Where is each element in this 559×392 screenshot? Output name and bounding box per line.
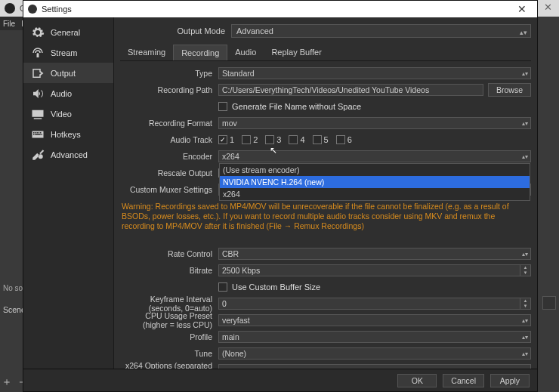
tools-icon	[31, 148, 45, 162]
x264-options-input[interactable]	[218, 364, 531, 369]
sidebar-item-label: Audio	[51, 89, 72, 98]
sidebar-item-label: Stream	[51, 48, 77, 57]
rescale-output-label: Rescale Output	[120, 168, 218, 177]
generate-no-space-checkbox[interactable]	[218, 102, 227, 111]
settings-window: Settings ✕ General Stream Output Audio	[23, 0, 538, 392]
audio-track-5-checkbox[interactable]	[313, 135, 322, 144]
rate-control-select[interactable]: CBR▴▾	[218, 248, 531, 260]
profile-select[interactable]: main▴▾	[218, 331, 531, 343]
outer-close-button[interactable]: ✕	[541, 2, 554, 13]
custom-buffer-checkbox[interactable]	[218, 282, 227, 292]
bitrate-spinner[interactable]: ▲▼	[520, 265, 530, 276]
chevron-updown-icon: ▴▾	[522, 119, 528, 129]
right-tool-button[interactable]	[542, 296, 556, 310]
tune-select[interactable]: (None)▴▾	[218, 347, 531, 360]
chevron-updown-icon: ▴▾	[522, 249, 528, 260]
audio-track-1-checkbox[interactable]	[218, 135, 227, 144]
tab-recording[interactable]: Recording	[173, 45, 227, 60]
keyframe-interval-label: Keyframe Interval (seconds, 0=auto)	[120, 295, 218, 313]
sidebar-item-output[interactable]: Output	[23, 63, 113, 83]
chevron-updown-icon: ▴▾	[522, 332, 528, 343]
sidebar-item-label: Hotkeys	[51, 130, 81, 139]
encoder-option-x264[interactable]: x264	[220, 188, 530, 200]
sidebar-item-advanced[interactable]: Advanced	[23, 144, 113, 165]
tab-replay-buffer[interactable]: Replay Buffer	[264, 45, 329, 60]
sidebar-item-label: Advanced	[51, 150, 88, 159]
scene-add-button[interactable]: ＋	[2, 375, 12, 389]
sidebar-item-label: Output	[51, 69, 76, 78]
recording-path-label: Recording Path	[120, 85, 218, 94]
browse-button[interactable]: Browse	[488, 83, 531, 97]
chevron-updown-icon: ▴▾	[520, 26, 527, 39]
cancel-button[interactable]: Cancel	[443, 374, 484, 387]
bitrate-label: Bitrate	[120, 266, 218, 275]
audio-track-4-checkbox[interactable]	[289, 135, 298, 144]
bitrate-input[interactable]: 2500 Kbps▲▼	[218, 264, 531, 276]
chevron-updown-icon: ▴▾	[522, 349, 528, 360]
settings-sidebar: General Stream Output Audio Video Hotkey…	[23, 17, 114, 369]
output-mode-label: Output Mode	[167, 26, 231, 35]
encoder-option-nvenc[interactable]: NVIDIA NVENC H.264 (new)	[220, 176, 530, 188]
chevron-updown-icon: ▴▾	[522, 152, 528, 162]
sidebar-item-audio[interactable]: Audio	[23, 83, 113, 103]
encoder-label: Encoder	[120, 152, 218, 161]
tab-streaming[interactable]: Streaming	[120, 45, 173, 60]
profile-label: Profile	[120, 332, 218, 341]
settings-close-button[interactable]: ✕	[507, 3, 537, 15]
ok-button[interactable]: OK	[397, 374, 437, 387]
audio-track-label: Audio Track	[120, 135, 218, 144]
cpu-preset-label: CPU Usage Preset (higher = less CPU)	[120, 311, 218, 329]
menu-file[interactable]: File	[0, 20, 18, 28]
sidebar-item-label: General	[51, 28, 80, 37]
settings-icon	[28, 5, 37, 14]
custom-muxer-label: Custom Muxer Settings	[120, 185, 218, 194]
settings-title: Settings	[42, 5, 72, 14]
keyframe-spinner[interactable]: ▲▼	[520, 298, 530, 309]
obs-app-icon	[5, 3, 15, 14]
keyframe-interval-input[interactable]: 0▲▼	[218, 298, 531, 310]
chevron-updown-icon: ▴▾	[522, 69, 528, 79]
output-icon	[31, 66, 45, 80]
tab-audio[interactable]: Audio	[227, 45, 264, 60]
recording-format-select[interactable]: mov▴▾	[218, 117, 531, 129]
output-mode-select[interactable]: Advanced▴▾	[231, 24, 531, 38]
type-label: Type	[120, 69, 218, 78]
chevron-updown-icon: ▴▾	[522, 316, 528, 326]
gear-icon	[31, 26, 45, 39]
encoder-select[interactable]: x264▴▾ (Use stream encoder) NVIDIA NVENC…	[218, 150, 531, 162]
x264-options-label: x264 Options (separated by space)	[120, 361, 218, 369]
keyboard-icon	[31, 128, 45, 141]
cpu-preset-select[interactable]: veryfast▴▾	[218, 314, 531, 326]
audio-track-2-checkbox[interactable]	[242, 135, 251, 144]
stream-icon	[31, 46, 45, 60]
sidebar-item-video[interactable]: Video	[23, 103, 113, 124]
recording-path-input[interactable]: C:/Users/EverythingTech/Videos/Unedited …	[218, 84, 483, 96]
tune-label: Tune	[120, 349, 218, 358]
rate-control-label: Rate Control	[120, 249, 218, 258]
audio-icon	[31, 87, 45, 100]
sidebar-item-stream[interactable]: Stream	[23, 42, 113, 63]
type-select[interactable]: Standard▴▾	[218, 67, 531, 79]
sidebar-item-label: Video	[51, 110, 72, 119]
encoder-dropdown-list: (Use stream encoder) NVIDIA NVENC H.264 …	[219, 163, 530, 201]
recording-format-label: Recording Format	[120, 119, 218, 128]
generate-no-space-label: Generate File Name without Space	[232, 102, 361, 111]
audio-track-6-checkbox[interactable]	[336, 135, 345, 144]
sidebar-item-hotkeys[interactable]: Hotkeys	[23, 124, 113, 144]
video-icon	[31, 107, 45, 121]
audio-track-3-checkbox[interactable]	[265, 135, 274, 144]
encoder-option-stream[interactable]: (Use stream encoder)	[220, 164, 530, 176]
custom-buffer-label: Use Custom Buffer Size	[232, 282, 320, 292]
sidebar-item-general[interactable]: General	[23, 22, 113, 42]
warning-text: Warning: Recordings saved to MP4/MOV wil…	[120, 199, 531, 237]
apply-button[interactable]: Apply	[490, 374, 530, 387]
